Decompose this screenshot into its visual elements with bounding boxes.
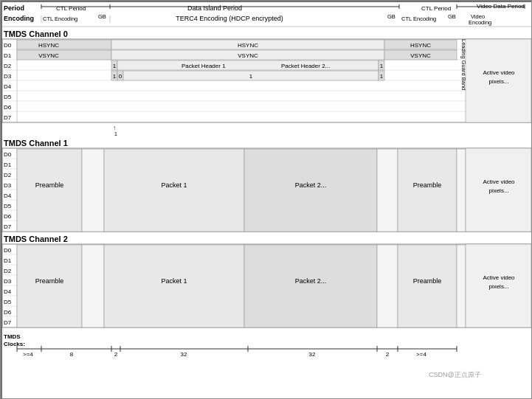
- svg-text:TMDS Channel 2: TMDS Channel 2: [4, 235, 68, 243]
- svg-rect-107: [457, 149, 466, 232]
- svg-text:Packet Header 2...: Packet Header 2...: [281, 63, 330, 69]
- svg-text:1: 1: [380, 63, 384, 69]
- svg-text:Encoding: Encoding: [469, 19, 491, 26]
- svg-rect-130: [17, 245, 82, 327]
- svg-text:0: 0: [119, 73, 122, 80]
- svg-text:HSYNC: HSYNC: [238, 42, 258, 49]
- svg-text:Active video: Active video: [483, 274, 515, 281]
- svg-text:8: 8: [70, 351, 74, 358]
- svg-text:pixels...: pixels...: [488, 187, 508, 194]
- svg-text:Packet 1: Packet 1: [161, 181, 187, 189]
- svg-text:1: 1: [249, 73, 253, 80]
- svg-text:VSYNC: VSYNC: [238, 52, 258, 59]
- svg-text:Data Island Period: Data Island Period: [187, 4, 242, 12]
- svg-text:VSYNC: VSYNC: [410, 52, 431, 59]
- svg-rect-138: [377, 245, 398, 327]
- svg-text:GB: GB: [387, 13, 395, 20]
- svg-text:GB: GB: [98, 13, 106, 20]
- svg-text:D3: D3: [4, 182, 12, 189]
- svg-text:TMDS Channel 1: TMDS Channel 1: [4, 139, 68, 148]
- svg-rect-134: [104, 245, 244, 327]
- svg-text:Clocks:: Clocks:: [4, 341, 25, 347]
- svg-text:D6: D6: [4, 213, 12, 220]
- main-container: Period CTL Period Data Island Period CTL…: [0, 0, 532, 399]
- svg-text:GB: GB: [448, 13, 456, 20]
- svg-text:VSYNC: VSYNC: [38, 52, 59, 59]
- svg-text:D5: D5: [4, 203, 12, 209]
- svg-text:↑: ↑: [113, 125, 116, 131]
- svg-text:D3: D3: [4, 73, 12, 80]
- svg-text:Preamble: Preamble: [35, 181, 64, 189]
- svg-text:D7: D7: [4, 114, 12, 121]
- timing-diagram: Period CTL Period Data Island Period CTL…: [1, 1, 532, 399]
- svg-text:>=4: >=4: [416, 351, 426, 358]
- svg-text:D6: D6: [4, 309, 12, 316]
- svg-rect-97: [82, 149, 104, 232]
- svg-text:Encoding: Encoding: [4, 15, 34, 22]
- svg-text:D5: D5: [4, 299, 12, 305]
- svg-rect-31: [17, 40, 111, 49]
- svg-text:D2: D2: [4, 172, 12, 178]
- svg-text:Preamble: Preamble: [35, 277, 64, 285]
- svg-text:>=4: >=4: [23, 351, 33, 358]
- svg-text:D1: D1: [4, 162, 12, 168]
- watermark: CSDN@正点原子: [429, 371, 481, 378]
- svg-text:D4: D4: [4, 288, 12, 295]
- svg-text:D0: D0: [4, 247, 12, 254]
- svg-text:D0: D0: [4, 42, 12, 49]
- svg-text:32: 32: [181, 351, 187, 358]
- svg-text:1: 1: [114, 131, 117, 136]
- svg-text:CTL Encoding: CTL Encoding: [43, 15, 77, 22]
- svg-text:1: 1: [380, 73, 384, 80]
- svg-text:2: 2: [386, 351, 390, 358]
- svg-text:pixels...: pixels...: [488, 78, 508, 85]
- svg-text:D6: D6: [4, 104, 12, 111]
- svg-rect-99: [104, 149, 244, 232]
- svg-text:Preamble: Preamble: [413, 181, 442, 189]
- svg-text:D7: D7: [4, 319, 12, 326]
- svg-text:CTL Encoding: CTL Encoding: [401, 15, 436, 22]
- svg-text:TMDS: TMDS: [4, 333, 21, 340]
- svg-text:CTL Period: CTL Period: [421, 5, 451, 12]
- svg-text:Video Data Period: Video Data Period: [477, 3, 525, 10]
- svg-text:CTL Period: CTL Period: [56, 5, 86, 12]
- svg-text:TMDS Channel 0: TMDS Channel 0: [4, 30, 68, 38]
- svg-text:D7: D7: [4, 223, 12, 230]
- svg-text:pixels...: pixels...: [488, 283, 508, 290]
- svg-text:D1: D1: [4, 52, 12, 59]
- svg-rect-101: [244, 149, 377, 232]
- svg-text:D2: D2: [4, 63, 12, 69]
- svg-text:Preamble: Preamble: [413, 277, 442, 285]
- svg-text:32: 32: [309, 351, 316, 358]
- svg-text:Active video: Active video: [483, 178, 515, 185]
- svg-text:2: 2: [114, 351, 118, 358]
- svg-text:D5: D5: [4, 94, 12, 100]
- svg-text:D3: D3: [4, 278, 12, 285]
- svg-text:1: 1: [113, 73, 117, 80]
- svg-rect-39: [17, 50, 111, 60]
- svg-text:D1: D1: [4, 257, 12, 264]
- svg-text:Active video: Active video: [483, 69, 515, 76]
- svg-rect-136: [244, 245, 377, 327]
- svg-text:D0: D0: [4, 151, 12, 158]
- svg-text:D2: D2: [4, 268, 12, 274]
- svg-text:HSYNC: HSYNC: [410, 42, 431, 49]
- svg-text:Packet 2...: Packet 2...: [295, 277, 327, 285]
- svg-rect-95: [17, 149, 82, 232]
- svg-text:Packet Header 1: Packet Header 1: [182, 63, 226, 69]
- svg-text:1: 1: [113, 63, 117, 69]
- svg-text:TERC4 Encoding (HDCP encrypted: TERC4 Encoding (HDCP encrypted): [176, 15, 283, 22]
- svg-text:HSYNC: HSYNC: [38, 42, 59, 49]
- svg-text:Packet 1: Packet 1: [161, 277, 187, 285]
- svg-rect-49: [117, 60, 379, 70]
- svg-rect-142: [457, 245, 466, 327]
- svg-rect-140: [398, 245, 457, 327]
- svg-text:Period: Period: [4, 4, 24, 12]
- svg-text:D4: D4: [4, 192, 12, 199]
- svg-text:D4: D4: [4, 83, 12, 90]
- svg-text:Packet 2...: Packet 2...: [295, 181, 327, 189]
- svg-rect-105: [398, 149, 457, 232]
- svg-rect-103: [377, 149, 398, 232]
- svg-rect-132: [82, 245, 104, 327]
